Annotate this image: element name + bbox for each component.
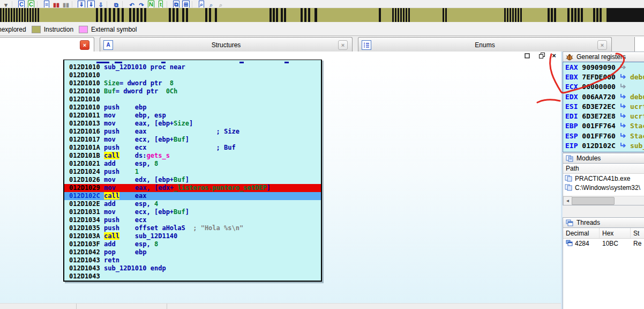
maximize-button[interactable] — [521, 52, 534, 60]
follow-arrow-icon[interactable] — [620, 84, 627, 90]
register-row-esi[interactable]: ESI 6D3E72ECucrt — [563, 101, 644, 111]
disasm-line[interactable]: 012D1010 — [69, 95, 321, 104]
module-row[interactable]: C:\Windows\system32\ — [563, 183, 644, 192]
modules-panel-titlebar[interactable]: Modules — [563, 153, 644, 164]
disasm-line[interactable]: 012D1011 mov ebp, esp — [69, 112, 321, 120]
run-text-icon[interactable]: t — [156, 0, 165, 8]
tab-enums[interactable]: Enums × — [358, 37, 612, 52]
run-new-icon[interactable]: N — [147, 0, 155, 8]
undo-icon[interactable]: ↶ — [128, 0, 136, 8]
register-row-edx[interactable]: EDX 006AA720debu — [563, 92, 644, 101]
register-value[interactable]: 012D102C — [582, 142, 616, 150]
modules-path-header[interactable]: Path — [563, 164, 644, 174]
ida-view-titlebar[interactable]: × — [0, 52, 561, 60]
disasm-line[interactable]: 012D1016 push eax ; Size — [69, 128, 321, 136]
c-source-view-icon[interactable]: C — [17, 0, 26, 8]
restore-button[interactable] — [535, 52, 548, 60]
disasm-line[interactable]: 012D103A call sub_12D1140 — [69, 232, 321, 240]
navigation-band[interactable] — [0, 8, 644, 22]
follow-arrow-icon[interactable] — [620, 113, 627, 119]
disasm-line[interactable]: 012D1010 Buf= dword ptr 0Ch — [69, 87, 321, 95]
tab-structures[interactable]: A Structures × — [100, 37, 353, 52]
search-icon[interactable]: ⌕ — [197, 0, 206, 8]
disasm-line[interactable]: 012D1043 — [69, 273, 321, 281]
module-row[interactable]: PRACTICA41b.exe — [563, 174, 644, 183]
disasm-line[interactable]: 012D1010 Size= dword ptr 8 — [69, 79, 321, 87]
text-view-icon[interactable]: ≡ — [42, 0, 51, 8]
register-row-esp[interactable]: ESP 001FF760Stac — [563, 131, 644, 141]
threads-list[interactable]: DecimalHexSt 428410BCRe — [563, 227, 644, 309]
register-value[interactable]: 6D3E72E8 — [582, 112, 616, 120]
close-button[interactable]: × — [548, 52, 560, 60]
register-value[interactable]: 7EFDE000 — [582, 73, 616, 81]
threads-column-header[interactable]: Decimal — [563, 228, 600, 238]
trace-bars-icon[interactable]: ▮▮ — [62, 0, 70, 8]
scroll-left-icon[interactable]: ◄ — [563, 196, 572, 205]
dropdown-arrow-icon[interactable]: ▾ — [2, 0, 10, 8]
threads-column-header[interactable]: St — [631, 228, 644, 238]
c-decompile-icon[interactable]: C — [27, 0, 35, 8]
window-list-icon[interactable]: ⊞ — [182, 0, 190, 8]
disasm-line[interactable]: 012D1031 mov ecx, [ebp+Buf] — [69, 208, 321, 216]
basic-block[interactable]: 012D1010 sub_12D1010 proc near012D101001… — [63, 60, 322, 282]
follow-arrow-icon[interactable] — [620, 64, 627, 70]
follow-arrow-icon[interactable] — [620, 143, 627, 149]
register-row-edi[interactable]: EDI 6D3E72E8ucrt — [563, 111, 644, 121]
threads-header[interactable]: DecimalHexSt — [563, 228, 644, 239]
close-tab-icon[interactable]: × — [338, 40, 348, 50]
disasm-line[interactable]: 012D1026 mov edx, [ebp+Buf] — [69, 176, 321, 184]
close-tab-icon[interactable]: × — [80, 40, 89, 50]
disasm-line[interactable]: 012D1010 push ebp — [69, 104, 321, 112]
register-value[interactable]: 90909090 — [582, 63, 616, 71]
register-row-ecx[interactable]: ECX 00000000 — [563, 82, 644, 92]
jump-address-icon[interactable]: ⇓ — [77, 0, 86, 8]
breakpoint-bars-icon[interactable]: ▮▮ — [52, 0, 61, 8]
disasm-line[interactable]: 012D102C call eax — [64, 192, 321, 200]
disasm-line[interactable]: 012D101B call ds:gets_s — [69, 152, 321, 160]
disasm-line[interactable]: 012D1013 mov eax, [ebp+Size] — [69, 120, 321, 128]
disasm-line[interactable]: 012D1043 retn — [69, 256, 321, 264]
close-tab-icon[interactable]: × — [597, 40, 607, 50]
disasm-line[interactable]: 012D101A push ecx ; Buf — [69, 144, 321, 152]
register-value[interactable]: 006AA720 — [582, 93, 616, 101]
disasm-line[interactable]: 012D1010 — [69, 71, 321, 79]
disasm-line[interactable]: 012D1043 sub_12D1010 endp — [69, 264, 321, 273]
search-again-icon[interactable]: ⌕ — [207, 0, 215, 8]
tab-ida-view[interactable]: × — [0, 37, 94, 52]
modules-list[interactable]: Path PRACTICA41b.exeC:\Windows\system32\… — [563, 163, 644, 205]
follow-arrow-icon[interactable] — [620, 133, 627, 139]
disasm-line[interactable]: 012D1042 pop ebp — [69, 248, 321, 256]
threads-column-header[interactable]: Hex — [600, 228, 631, 238]
registers-panel-titlebar[interactable]: General registers — [563, 52, 644, 62]
graph-view[interactable]: 012D1010 sub_12D1010 proc near012D101001… — [0, 60, 561, 303]
threads-panel-titlebar[interactable]: Threads — [563, 217, 644, 228]
follow-arrow-icon[interactable] — [620, 94, 627, 100]
scroll-thumb[interactable] — [572, 197, 615, 205]
follow-arrow-icon[interactable] — [620, 74, 627, 80]
register-value[interactable]: 00000000 — [582, 83, 616, 91]
redo-icon[interactable]: ↷ — [137, 0, 146, 8]
register-value[interactable]: 6D3E72EC — [582, 102, 616, 111]
thread-row[interactable]: 428410BCRe — [563, 239, 644, 248]
disasm-line[interactable]: 012D1034 push ecx — [69, 216, 321, 224]
disasm-line[interactable]: 012D1035 push offset aHolaS ; "Hola %s\n… — [69, 224, 321, 232]
disasm-line[interactable]: 012D103F add esp, 8 — [69, 240, 321, 248]
register-value[interactable]: 001FF760 — [582, 132, 616, 140]
jump-filter-icon[interactable]: ⇩ — [96, 0, 105, 8]
modules-hscrollbar[interactable]: ◄ — [563, 196, 644, 205]
disasm-line[interactable]: 012D1024 push 1 — [69, 168, 321, 176]
register-value[interactable]: 001FF764 — [582, 122, 616, 130]
disasm-line[interactable]: 012D1017 mov ecx, [ebp+Buf] — [69, 136, 321, 144]
register-row-ebx[interactable]: EBX 7EFDE000debu — [563, 72, 644, 82]
disasm-line[interactable]: 012D1021 add esp, 8 — [69, 160, 321, 168]
search-dim-icon[interactable]: ⌕ — [216, 0, 225, 8]
follow-arrow-icon[interactable] — [620, 104, 627, 109]
register-row-eax[interactable]: EAX 90909090 — [563, 62, 644, 72]
disasm-line[interactable]: 012D1029 mov eax, [edx+_listeros.puntero… — [64, 184, 321, 192]
jump-list-icon[interactable]: ⇓ — [87, 0, 95, 8]
register-row-eip[interactable]: EIP 012D102Csub_ — [563, 141, 644, 150]
cascade-windows-icon[interactable]: ⧉ — [172, 0, 181, 8]
registers-list[interactable]: EAX 90909090EBX 7EFDE000debuECX 00000000… — [563, 62, 644, 152]
disasm-line[interactable]: 012D102E add esp, 4 — [69, 200, 321, 208]
follow-arrow-icon[interactable] — [620, 123, 627, 129]
